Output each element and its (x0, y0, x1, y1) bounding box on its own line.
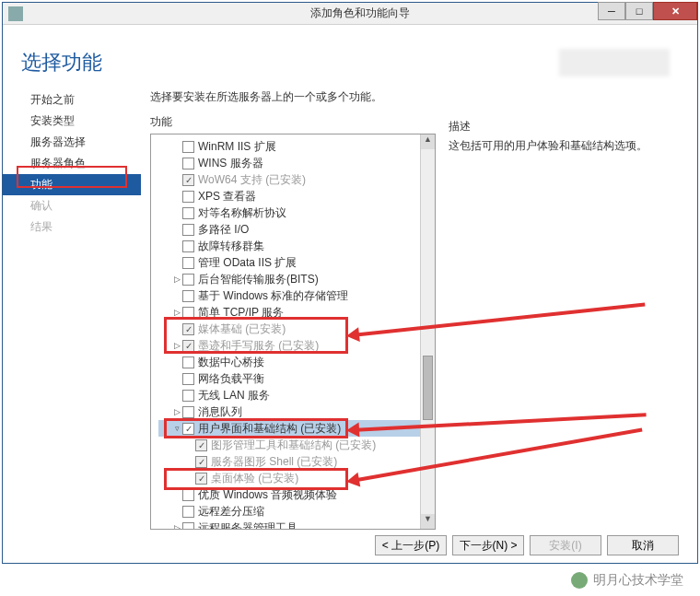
watermark: 明月心技术学堂 (571, 572, 683, 589)
feature-checkbox[interactable] (182, 257, 194, 269)
tree-row[interactable]: WoW64 支持 (已安装) (158, 171, 420, 188)
feature-label: WINS 服务器 (198, 156, 263, 171)
nav-item-2[interactable]: 服务器选择 (3, 132, 141, 153)
expand-icon[interactable]: ▷ (171, 407, 182, 416)
feature-checkbox[interactable] (182, 290, 194, 302)
feature-label: 多路径 I/O (198, 222, 249, 238)
tree-row[interactable]: ▷墨迹和手写服务 (已安装) (158, 337, 420, 354)
tree-row[interactable]: ▷后台智能传输服务(BITS) (158, 271, 420, 287)
tree-row[interactable]: 桌面体验 (已安装) (158, 470, 420, 486)
scroll-down-icon[interactable]: ▼ (421, 514, 435, 529)
tree-row[interactable]: 网络负载平衡 (158, 370, 420, 387)
cancel-button[interactable]: 取消 (607, 535, 679, 555)
feature-checkbox (195, 456, 207, 468)
feature-checkbox[interactable] (182, 522, 194, 531)
expand-icon[interactable]: ▷ (171, 308, 182, 317)
feature-checkbox[interactable] (182, 240, 194, 252)
feature-checkbox[interactable] (182, 489, 194, 501)
nav-item-5: 确认 (3, 195, 141, 216)
tree-row[interactable]: 对等名称解析协议 (158, 205, 420, 221)
tree-row[interactable]: 服务器图形 Shell (已安装) (158, 453, 420, 470)
feature-label: 后台智能传输服务(BITS) (198, 272, 319, 287)
description-text: 这包括可用的用户体验和基础结构选项。 (449, 138, 688, 154)
scroll-up-icon[interactable]: ▲ (421, 134, 435, 149)
minimize-button[interactable] (598, 2, 625, 20)
description-column: 描述 这包括可用的用户体验和基础结构选项。 (449, 89, 688, 563)
feature-checkbox[interactable] (182, 274, 194, 286)
feature-checkbox (182, 174, 194, 186)
nav-item-1[interactable]: 安装类型 (3, 111, 141, 132)
close-button[interactable] (653, 2, 697, 20)
tree-row[interactable]: WINS 服务器 (158, 155, 420, 171)
feature-checkbox[interactable] (182, 506, 194, 518)
feature-checkbox[interactable] (182, 191, 194, 203)
nav-item-4[interactable]: 功能 (3, 174, 141, 195)
feature-label: 对等名称解析协议 (198, 205, 286, 221)
tree-row[interactable]: 媒体基础 (已安装) (158, 321, 420, 337)
description-label: 描述 (449, 119, 688, 134)
watermark-text: 明月心技术学堂 (593, 572, 683, 589)
prev-button[interactable]: < 上一步(P) (375, 535, 447, 555)
feature-label: 网络负载平衡 (198, 371, 264, 387)
feature-label: 墨迹和手写服务 (已安装) (198, 338, 319, 354)
feature-checkbox (182, 340, 194, 352)
page-heading: 选择功能 (21, 49, 102, 76)
feature-checkbox[interactable] (182, 390, 194, 402)
expand-icon[interactable]: ▷ (171, 275, 182, 284)
nav-item-0[interactable]: 开始之前 (3, 89, 141, 111)
feature-checkbox[interactable] (182, 423, 194, 435)
scroll-thumb[interactable] (423, 356, 433, 420)
expand-icon[interactable]: ▷ (171, 523, 182, 530)
tree-row[interactable]: 基于 Windows 标准的存储管理 (158, 287, 420, 304)
feature-label: 媒体基础 (已安装) (198, 321, 286, 337)
tree-row[interactable]: ▷消息队列 (158, 403, 420, 420)
nav-item-3[interactable]: 服务器角色 (3, 153, 141, 174)
feature-checkbox[interactable] (182, 207, 194, 219)
feature-label: 简单 TCP/IP 服务 (198, 305, 284, 321)
tree-row[interactable]: ▷简单 TCP/IP 服务 (158, 304, 420, 321)
tree-row[interactable]: 图形管理工具和基础结构 (已安装) (158, 437, 420, 453)
feature-checkbox[interactable] (182, 406, 194, 418)
intro-text: 选择要安装在所选服务器上的一个或多个功能。 (150, 89, 436, 105)
next-button[interactable]: 下一步(N) > (452, 535, 524, 555)
tree-row[interactable]: 优质 Windows 音频视频体验 (158, 486, 420, 503)
tree-row[interactable]: 无线 LAN 服务 (158, 387, 420, 403)
feature-label: 优质 Windows 音频视频体验 (198, 487, 337, 503)
feature-label: WinRM IIS 扩展 (198, 139, 276, 155)
tree-row[interactable]: 故障转移群集 (158, 238, 420, 254)
feature-checkbox[interactable] (182, 158, 194, 169)
feature-label: WoW64 支持 (已安装) (198, 172, 306, 188)
watermark-logo-icon (571, 572, 588, 589)
expand-icon[interactable]: ▿ (171, 424, 182, 433)
tree-row[interactable]: 数据中心桥接 (158, 354, 420, 370)
tree-row[interactable]: 管理 OData IIS 扩展 (158, 254, 420, 271)
feature-label: 基于 Windows 标准的存储管理 (198, 288, 348, 304)
feature-checkbox[interactable] (182, 141, 194, 153)
maximize-button[interactable] (625, 2, 653, 20)
feature-label: 数据中心桥接 (198, 355, 264, 370)
main-panel: 选择要安装在所选服务器上的一个或多个功能。 功能 WinRM IIS 扩展WIN… (141, 25, 697, 563)
tree-row[interactable]: 多路径 I/O (158, 221, 420, 238)
titlebar[interactable]: 添加角色和功能向导 (3, 3, 697, 25)
tree-row[interactable]: XPS 查看器 (158, 188, 420, 205)
feature-label: XPS 查看器 (198, 189, 256, 205)
feature-label: 故障转移群集 (198, 239, 264, 254)
expand-icon[interactable]: ▷ (171, 341, 182, 350)
nav-item-6: 结果 (3, 216, 141, 238)
feature-label: 消息队列 (198, 404, 242, 420)
feature-checkbox[interactable] (182, 373, 194, 385)
feature-checkbox[interactable] (182, 224, 194, 236)
feature-checkbox (195, 439, 207, 451)
features-column: 选择要安装在所选服务器上的一个或多个功能。 功能 WinRM IIS 扩展WIN… (150, 89, 436, 563)
window-buttons (598, 2, 697, 22)
tree-row[interactable]: WinRM IIS 扩展 (158, 138, 420, 155)
feature-checkbox[interactable] (182, 307, 194, 319)
nav-sidebar: 开始之前安装类型服务器选择服务器角色功能确认结果 (3, 25, 141, 563)
tree-row[interactable]: ▷远程服务器管理工具 (158, 520, 420, 530)
feature-label: 远程服务器管理工具 (198, 520, 298, 531)
tree-row[interactable]: 远程差分压缩 (158, 503, 420, 520)
feature-checkbox[interactable] (182, 356, 194, 368)
install-button[interactable]: 安装(I) (530, 535, 601, 555)
feature-label: 管理 OData IIS 扩展 (198, 255, 297, 271)
feature-label: 桌面体验 (已安装) (211, 471, 298, 486)
